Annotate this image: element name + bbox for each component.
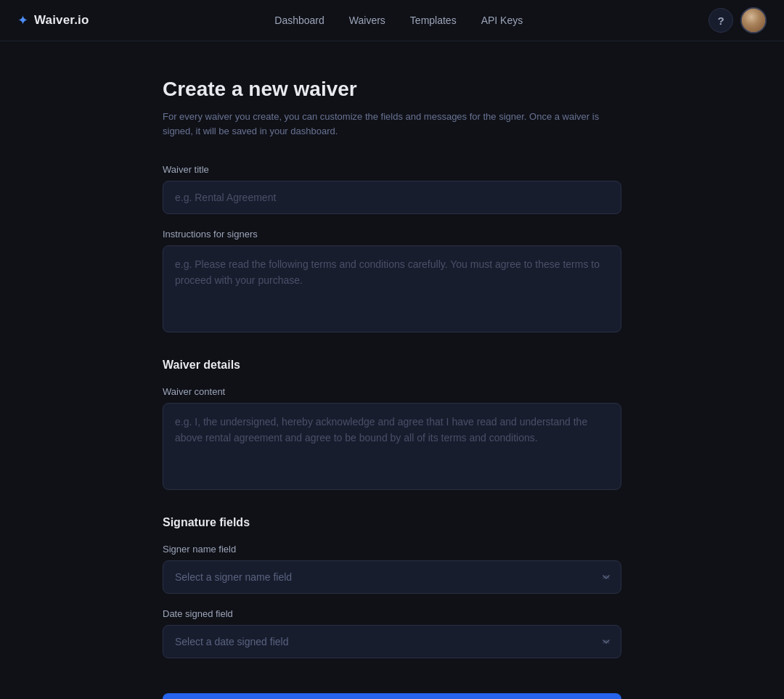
navbar: ✦ Waiver.io Dashboard Waivers Templates … (0, 0, 784, 41)
avatar[interactable] (740, 7, 767, 33)
main-content: Create a new waiver For every waiver you… (145, 41, 639, 699)
instructions-label: Instructions for signers (163, 229, 621, 240)
date-signed-select[interactable]: Select a date signed field (163, 625, 621, 658)
date-signed-select-wrapper: Select a date signed field (163, 625, 621, 658)
nav-link-dashboard[interactable]: Dashboard (264, 10, 335, 30)
waiver-content-textarea[interactable] (163, 403, 621, 490)
signer-name-section: Signer name field Select a signer name f… (163, 544, 621, 594)
brand-star-icon: ✦ (17, 12, 28, 28)
signature-fields-heading: Signature fields (163, 516, 621, 529)
signer-name-select[interactable]: Select a signer name field (163, 560, 621, 594)
instructions-textarea[interactable] (163, 245, 621, 332)
signer-name-label: Signer name field (163, 544, 621, 555)
nav-right: ? (709, 7, 767, 33)
nav-link-templates[interactable]: Templates (400, 10, 467, 30)
waiver-title-input[interactable] (163, 181, 621, 214)
date-signed-section: Date signed field Select a date signed f… (163, 608, 621, 658)
waiver-content-section: Waiver content (163, 386, 621, 493)
brand-name: Waiver.io (34, 13, 89, 28)
waiver-content-label: Waiver content (163, 386, 621, 397)
avatar-image (742, 9, 765, 32)
nav-link-waivers[interactable]: Waivers (339, 10, 396, 30)
instructions-section: Instructions for signers (163, 229, 621, 335)
page-title: Create a new waiver (163, 78, 621, 101)
help-button[interactable]: ? (709, 8, 733, 33)
waiver-details-heading: Waiver details (163, 359, 621, 372)
page-subtitle: For every waiver you create, you can cus… (163, 110, 621, 138)
nav-link-api-keys[interactable]: API Keys (471, 10, 534, 30)
nav-links: Dashboard Waivers Templates API Keys (264, 10, 533, 30)
signer-name-select-wrapper: Select a signer name field (163, 560, 621, 594)
waiver-title-label: Waiver title (163, 164, 621, 175)
save-waiver-button[interactable]: Save waiver (163, 693, 621, 699)
date-signed-label: Date signed field (163, 608, 621, 619)
brand[interactable]: ✦ Waiver.io (17, 12, 89, 28)
waiver-title-section: Waiver title (163, 164, 621, 214)
